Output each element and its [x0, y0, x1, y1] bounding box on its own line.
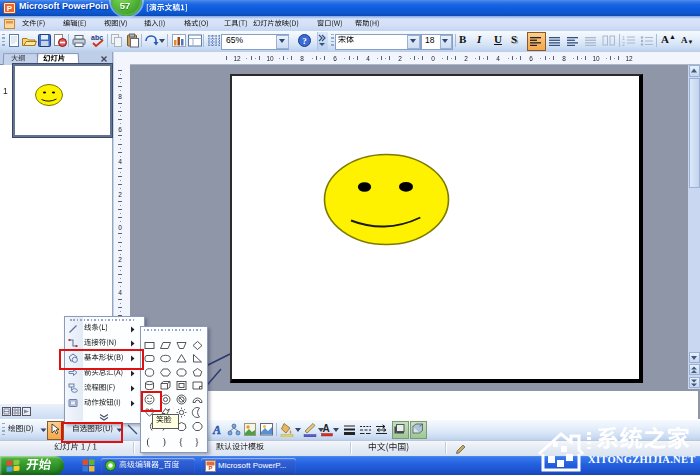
svg-text:A: A	[323, 423, 330, 434]
svg-text:P: P	[208, 465, 212, 471]
svg-text:2: 2	[622, 41, 625, 46]
svg-text:P: P	[7, 4, 13, 13]
svg-text:A: A	[212, 423, 221, 437]
svg-text:abc: abc	[91, 34, 103, 41]
svg-text:?: ?	[302, 36, 307, 46]
